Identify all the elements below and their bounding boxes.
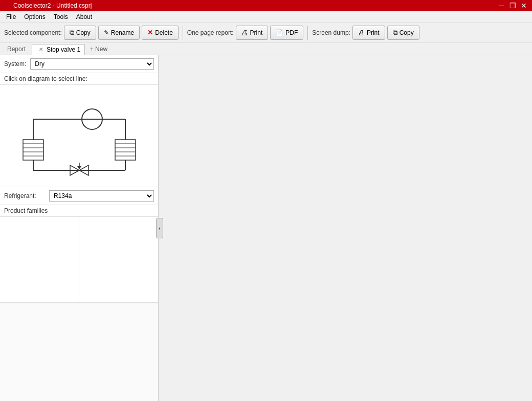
tab-bar: Report ✕ Stop valve 1 + New (0, 43, 532, 55)
rename-label: Rename (111, 29, 134, 36)
menu-tools[interactable]: Tools (50, 12, 72, 21)
right-content-panel (159, 55, 532, 401)
click-hint-text: Click on diagram to select line: (4, 75, 87, 82)
toolbar-separator-2 (307, 26, 308, 40)
toolbar: Selected component: ⧉ Copy ✎ Rename ✕ De… (0, 23, 532, 43)
title-bar-controls[interactable]: ─ ❐ ✕ (496, 1, 529, 10)
system-select[interactable]: Dry Wet CO2 (30, 58, 154, 70)
print-icon-2: 🖨 (358, 29, 365, 36)
system-row: System: Dry Wet CO2 (0, 55, 158, 73)
menu-file[interactable]: File (2, 12, 20, 21)
minimize-button[interactable]: ─ (496, 1, 506, 10)
print-button-2[interactable]: 🖨 Print (352, 26, 385, 40)
toolbar-separator-1 (183, 26, 183, 40)
rename-button[interactable]: ✎ Rename (98, 26, 140, 40)
copy-icon: ⧉ (70, 29, 74, 37)
menu-about[interactable]: About (72, 12, 96, 21)
product-families-label: Product families (0, 205, 158, 217)
delete-icon: ✕ (147, 29, 153, 36)
copy-button-2[interactable]: ⧉ Copy (387, 26, 419, 40)
menu-bar: File Options Tools About (0, 11, 532, 23)
tab-report[interactable]: Report (2, 44, 31, 54)
svg-rect-12 (115, 140, 136, 160)
one-page-report-label: One page report: (187, 29, 234, 36)
app-icon (3, 2, 10, 9)
main-layout: System: Dry Wet CO2 Click on diagram to … (0, 55, 532, 401)
left-panel: System: Dry Wet CO2 Click on diagram to … (0, 55, 159, 401)
copy-label: Copy (76, 29, 91, 36)
title-bar-left: Coolselector2 - Untitled.csprj (3, 2, 92, 9)
pdf-button[interactable]: 📄 PDF (270, 26, 303, 40)
pdf-icon: 📄 (276, 29, 283, 36)
delete-label: Delete (155, 29, 173, 36)
print-icon-1: 🖨 (241, 29, 248, 36)
system-label: System: (4, 60, 26, 68)
collapse-icon: ‹ (159, 226, 160, 231)
tab-new-plus-icon: + (90, 46, 94, 53)
print-label-1: Print (250, 29, 263, 36)
copy-label-2: Copy (400, 29, 414, 36)
refrigerant-label: Refrigerant: (4, 192, 45, 199)
screen-dump-label: Screen dump: (312, 29, 350, 36)
tab-new[interactable]: + New (86, 44, 112, 54)
tab-close-icon[interactable]: ✕ (37, 46, 45, 53)
product-family-cell-2[interactable] (79, 217, 158, 302)
click-hint: Click on diagram to select line: (0, 73, 158, 85)
svg-marker-22 (77, 166, 81, 169)
print-button-1[interactable]: 🖨 Print (236, 26, 269, 40)
print-label-2: Print (367, 29, 380, 36)
copy-button[interactable]: ⧉ Copy (64, 26, 96, 40)
product-families-section: Product families (0, 205, 158, 303)
tab-stop-valve-1[interactable]: ✕ Stop valve 1 (32, 44, 85, 55)
rename-icon: ✎ (104, 29, 109, 36)
selected-component-label: Selected component: (4, 29, 62, 36)
title-bar: Coolselector2 - Untitled.csprj ─ ❐ ✕ (0, 0, 532, 11)
svg-rect-7 (23, 140, 43, 160)
pdf-label: PDF (285, 29, 298, 36)
maximize-button[interactable]: ❐ (507, 1, 518, 10)
delete-button[interactable]: ✕ Delete (142, 26, 179, 40)
menu-options[interactable]: Options (20, 12, 49, 21)
diagram-area[interactable] (0, 85, 158, 187)
panel-collapse-button[interactable]: ‹ (156, 218, 163, 238)
refrigerant-row: Refrigerant: R134a R404A R410A R22 R407C… (0, 187, 158, 205)
bottom-detail-panel (0, 303, 158, 401)
product-families-grid (0, 217, 158, 303)
refrigerant-select[interactable]: R134a R404A R410A R22 R407C R507 (49, 190, 154, 202)
tab-new-label: New (95, 46, 107, 53)
tab-label: Stop valve 1 (47, 46, 80, 53)
window-title: Coolselector2 - Untitled.csprj (13, 2, 92, 9)
copy-icon-2: ⧉ (393, 29, 397, 37)
close-button[interactable]: ✕ (519, 1, 529, 10)
product-family-cell-1[interactable] (0, 217, 79, 302)
circuit-diagram (13, 91, 146, 181)
